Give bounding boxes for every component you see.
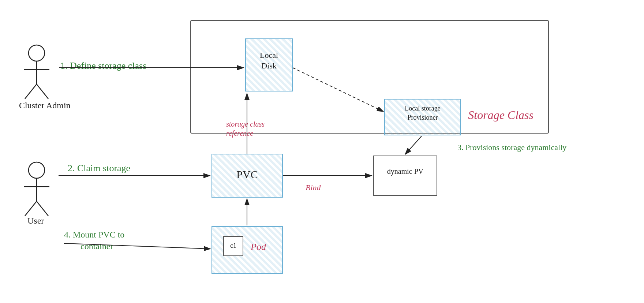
step4-line2-label: container — [80, 242, 113, 251]
local-disk-text: Local Disk — [246, 50, 292, 71]
pod-label: Pod — [251, 242, 266, 252]
storage-class-ref-line1: storage class — [226, 120, 265, 128]
user-label: User — [27, 216, 44, 226]
svg-line-8 — [25, 201, 37, 216]
storage-class-label: Storage Class — [468, 108, 533, 122]
step4-line1-label: 4. Mount PVC to — [64, 230, 124, 240]
pod-outer-box — [211, 226, 283, 274]
dynamic-pv-text: dynamic PV — [374, 167, 437, 176]
diagram: Storage Class Local Disk Local storage P… — [0, 0, 644, 303]
step2-label: 2. Claim storage — [68, 163, 130, 174]
pvc-box: PVC — [211, 154, 283, 198]
svg-line-3 — [25, 84, 37, 99]
svg-point-0 — [29, 45, 45, 61]
provisioner-text: Local storage Provisioner — [385, 104, 460, 122]
provisioner-box: Local storage Provisioner — [384, 99, 461, 135]
pvc-text: PVC — [212, 168, 282, 181]
pod-inner-box: c1 — [223, 236, 243, 256]
svg-point-5 — [29, 162, 45, 178]
bind-label: Bind — [306, 183, 321, 192]
cluster-admin-label: Cluster Admin — [19, 101, 71, 111]
svg-line-14 — [405, 136, 422, 154]
local-disk-box: Local Disk — [245, 38, 293, 91]
storage-class-ref-line2: reference — [226, 129, 253, 138]
storage-class-box: Storage Class — [190, 20, 549, 134]
step3-label: 3. Provisions storage dynamically — [457, 143, 566, 152]
step1-label: 1. Define storage class — [60, 60, 146, 71]
dynamic-pv-box: dynamic PV — [373, 156, 437, 196]
svg-line-4 — [37, 84, 48, 99]
pod-inner-text: c1 — [224, 242, 243, 250]
svg-line-9 — [37, 201, 48, 216]
